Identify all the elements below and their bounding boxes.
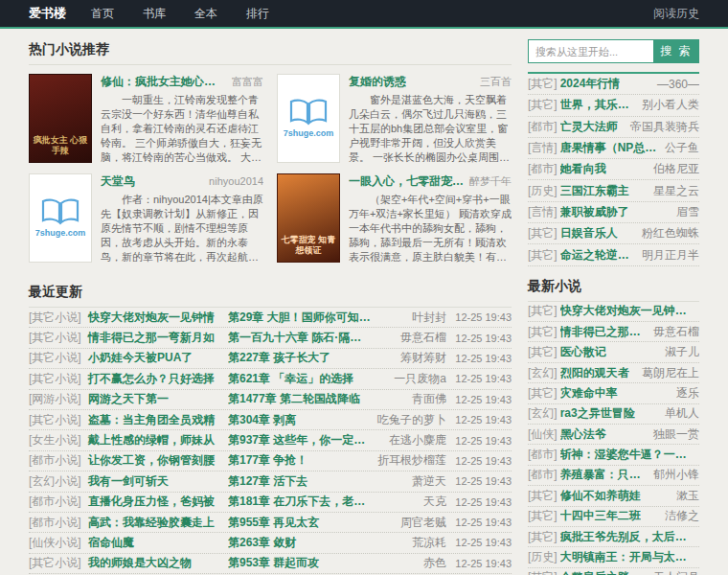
top-navbar: 爱书楼 首页 书库 全本 排行 阅读历史 [0, 0, 728, 29]
author-label: 筹财筹财 [372, 350, 446, 366]
author-label: 郁州小锋 [648, 467, 699, 483]
book-title-link[interactable]: 情非得已之那一弯新月如 [88, 330, 228, 346]
chapter-link[interactable]: 第29章 大胆！国师你可知这是以下犯上29 [228, 310, 372, 326]
chapter-link[interactable]: 第955章 再见太玄 [228, 515, 372, 531]
book-title-link[interactable]: 戴上性感的绿帽，师妹从 [88, 432, 228, 448]
book-title-link[interactable]: 灾难命中率 [560, 385, 618, 402]
search-button[interactable]: 搜 索 [653, 39, 699, 63]
hot-books-list: [其它] 2024年行情 —360— [其它] 世界，其乐无穷 别小看人类 [都… [528, 72, 699, 266]
book-title-link[interactable]: 我有一剑可斩天 [88, 473, 228, 490]
chapter-link[interactable]: 第937章 这些年，你一定过的很辛苦吧 [228, 432, 372, 448]
nav-link[interactable]: 书库 [143, 6, 166, 22]
book-title-link[interactable]: 养殖暴富：只因遭雷劈 [560, 467, 648, 483]
book-title-link[interactable]: 命运之轮逆转未来 [560, 247, 637, 264]
book-title-link[interactable]: 快穿大佬对炮灰一见钟情的那些年 [560, 303, 694, 319]
latest-book-item: [都市] 养殖暴富：只因遭雷劈 郁州小锋 [528, 466, 699, 486]
category-label: [其它小说] [29, 350, 88, 366]
book-title-link[interactable]: 令懿皇后之胖橘为棋 [560, 569, 648, 575]
author-label: —360— [652, 78, 699, 91]
book-title-link[interactable]: 烈阳的观天者 [560, 365, 629, 381]
book-card[interactable]: 7shuge.com 复婚的诱惑 三百首 窗外是湛蓝色大海，天空飘着几朵白云，偶… [277, 74, 512, 165]
chapter-link[interactable]: 第177章 争抢！ [228, 452, 372, 469]
nav-link[interactable]: 首页 [91, 6, 114, 22]
book-cover-placeholder[interactable]: 7shuge.com [29, 173, 92, 263]
hot-book-item: [言情] 唐果情事（NP总攻） 公子鱼 [528, 138, 699, 159]
book-cover-image[interactable]: 七零甜宠 知青想领证 [277, 173, 340, 263]
site-logo[interactable]: 爱书楼 [29, 5, 66, 22]
book-title-link[interactable]: 大明镇南王：开局与太子桃园结义 [560, 549, 694, 565]
book-title-link[interactable]: 日娱音乐人 [560, 225, 618, 242]
author-label: 萧逆天 [372, 473, 446, 490]
featured-section-title: 热门小说推荐 [29, 33, 512, 65]
hot-book-item: [其它] 命运之轮逆转未来 明月正月半 [528, 244, 699, 265]
book-title-link[interactable]: 快穿大佬对炮灰一见钟情 [88, 310, 228, 326]
book-title-link[interactable]: 黑心法爷 [560, 426, 606, 443]
book-title-link[interactable]: 修仙：疯批女主她心狠手辣 [101, 74, 226, 90]
book-title-link[interactable]: 情非得已之那一弯新月如钩 [560, 324, 648, 340]
book-title-link[interactable]: ra3之异世冒险 [560, 405, 635, 422]
category-label: [其它小说] [29, 412, 88, 428]
page-content: 热门小说推荐 疯批女主 心狠手辣 [0, 29, 728, 575]
book-cover-placeholder[interactable]: 7shuge.com [277, 74, 340, 163]
book-title-link[interactable]: 一眼入心，七零甜宠知青想领证 [349, 173, 464, 190]
book-title-link[interactable]: 打不赢怎么办？只好选择 [88, 371, 228, 387]
book-title-link[interactable]: 修仙不如养萌娃 [560, 488, 641, 504]
author-label: 青面佛 [372, 391, 446, 407]
book-title-link[interactable]: 她看向我 [560, 161, 606, 177]
book-title-link[interactable]: 盗墓：当主角团全员戏精 [88, 412, 228, 428]
book-title-link[interactable]: 高武：我靠经验胶囊走上 [88, 515, 228, 531]
category-label: [其它] [528, 225, 557, 242]
update-time: 12-25 19:43 [450, 373, 512, 384]
chapter-link[interactable]: 第227章 孩子长大了 [228, 350, 372, 366]
book-title-link[interactable]: 宿命仙魔 [88, 535, 228, 551]
book-title-link[interactable]: 亡灵大法师 [560, 119, 618, 135]
chapter-link[interactable]: 第263章 敛财 [228, 535, 372, 551]
book-title-link[interactable]: 天堂鸟 [101, 173, 135, 190]
book-title-link[interactable]: 兼职被威胁了 [560, 204, 629, 220]
cover-caption: 疯批女主 心狠手辣 [32, 135, 89, 156]
update-time: 12-25 19:43 [450, 394, 512, 405]
chapter-link[interactable]: 第621章 「幸运」的选择 [228, 371, 372, 387]
open-book-icon [289, 99, 328, 126]
book-cover-image[interactable]: 疯批女主 心狠手辣 [29, 74, 92, 163]
author-label: 帝国具装骑兵 [626, 119, 699, 135]
book-title-link[interactable]: 唐果情事（NP总攻） [560, 140, 660, 156]
chapter-link[interactable]: 第一百九十六章 陈石·隔墙有耳 [228, 330, 372, 346]
book-title-link[interactable]: 小奶娃今天被PUA了 [88, 350, 228, 366]
book-title-link[interactable]: 我的师娘是大凶之物 [88, 555, 228, 571]
book-title-link[interactable]: 十四中三年二班 [560, 508, 641, 524]
book-title-link[interactable]: 直播化身压力怪，爸妈被 [88, 494, 228, 510]
book-title-link[interactable]: 2024年行情 [560, 76, 621, 92]
chapter-link[interactable]: 第304章 剥离 [228, 412, 372, 428]
main-column: 热门小说推荐 疯批女主 心狠手辣 [29, 33, 512, 575]
recent-updates-list: [其它小说] 快穿大佬对炮灰一见钟情 第29章 大胆！国师你可知这是以下犯上29… [29, 308, 512, 575]
chapter-link[interactable]: 第1477章 第二轮国战降临 [228, 391, 372, 407]
search-input[interactable] [528, 39, 653, 63]
book-card[interactable]: 疯批女主 心狠手辣 修仙：疯批女主她心狠手辣 富富富 一朝重生，江铃南发现整个青… [29, 74, 263, 165]
book-title-link[interactable]: 让你发工资，你钢管刻腰 [88, 452, 228, 469]
reading-history-link[interactable]: 阅读历史 [653, 6, 699, 22]
chapter-link[interactable]: 第953章 群起而攻 [228, 555, 372, 571]
book-title-link[interactable]: 斩神：湿婆您牛逼？一拳灭湿婆 [560, 447, 694, 463]
sidebar: 搜 索 [其它] 2024年行情 —360— [其它] 世界，其乐无穷 别小看人… [528, 33, 699, 575]
category-label: [其它] [528, 247, 557, 264]
category-label: [网游小说] [29, 391, 88, 407]
chapter-link[interactable]: 第181章 在刀乐下去，老外都急眼了 [228, 494, 372, 510]
author-label: 淑子儿 [660, 344, 699, 360]
book-card[interactable]: 7shuge.com 天堂鸟 nihyou2014 作者：nihyou2014|… [29, 173, 263, 264]
nav-link[interactable]: 排行 [246, 6, 269, 22]
nav-link[interactable]: 全本 [194, 6, 217, 22]
chapter-link[interactable]: 第127章 活下去 [228, 473, 372, 490]
updates-section-title: 最近更新 [29, 275, 512, 308]
book-title-link[interactable]: 世界，其乐无穷 [560, 97, 637, 113]
book-title-link[interactable]: 三国江东霸主 [560, 183, 629, 199]
book-title-link[interactable]: 复婚的诱惑 [349, 74, 406, 90]
book-title-link[interactable]: 网游之天下第一 [88, 391, 228, 407]
book-title-link[interactable]: 医心散记 [560, 344, 606, 360]
book-card[interactable]: 七零甜宠 知青想领证 一眼入心，七零甜宠知青想领证 醉梦千年 （架空+年代+空间… [277, 173, 512, 264]
author-label: 周官老贼 [372, 515, 446, 531]
author-label: 逐乐 [671, 385, 699, 402]
book-title-link[interactable]: 疯批王爷先别反，太后娘娘有喜了 [560, 529, 694, 545]
update-row: [其它小说] 盗墓：当主角团全员戏精 第304章 剥离 吃兔子的萝卜 12-25… [29, 410, 512, 430]
update-row: [女生小说] 戴上性感的绿帽，师妹从 第937章 这些年，你一定过的很辛苦吧 在… [29, 430, 512, 450]
